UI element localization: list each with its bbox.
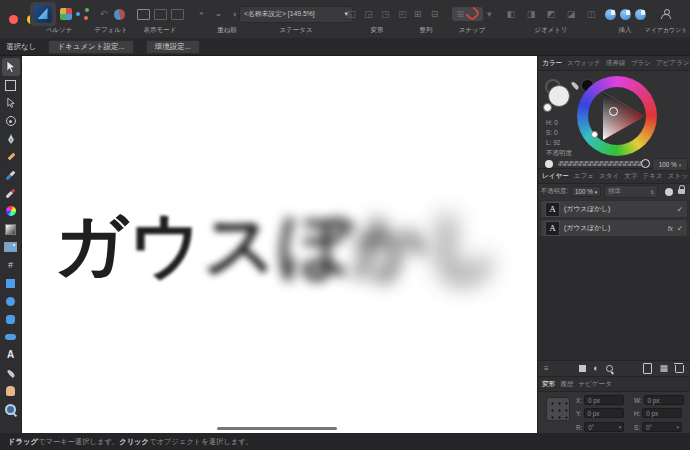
paint-brush-tool[interactable] [2, 184, 20, 202]
tab-navigator[interactable]: ナビゲータ [578, 380, 612, 389]
layer-visibility-checkbox[interactable]: ✓ [677, 224, 683, 233]
delete-layer-icon[interactable] [675, 365, 684, 373]
flip-vertical-icon[interactable]: ◲ [362, 8, 375, 20]
layers-opacity-dropdown[interactable]: 100 % ▾ [571, 186, 601, 197]
y-input[interactable]: 0 px [584, 408, 624, 418]
vector-view-icon[interactable] [137, 9, 150, 20]
tab-character[interactable]: 文字 [624, 172, 637, 181]
geometry-intersect-icon[interactable]: ◩ [545, 8, 558, 20]
artboard-tool[interactable] [2, 76, 20, 94]
h-input[interactable]: 0 px [642, 408, 682, 418]
distribute-icon[interactable]: ⊟ [428, 8, 441, 20]
move-forward-icon[interactable]: ◒ [212, 8, 225, 20]
opacity-slider-knob[interactable] [641, 159, 650, 168]
tab-transform[interactable]: 変形 [542, 380, 555, 389]
color-picker-tool[interactable] [2, 364, 20, 382]
rectangle-tool[interactable] [2, 274, 20, 292]
layer-row[interactable]: A (ガウスぼかし) ✓ [540, 200, 688, 218]
document-setup-button[interactable]: ドキュメント設定... [48, 40, 133, 54]
adjustment-layer-icon[interactable]: ◐ [593, 364, 598, 373]
swap-colors-icon[interactable] [543, 103, 552, 112]
hue-marker[interactable] [609, 107, 618, 116]
geometry-divide-icon[interactable]: ◪ [565, 8, 578, 20]
designer-persona-button[interactable] [30, 2, 56, 26]
my-account-icon[interactable] [661, 9, 671, 19]
rotate-ccw-icon[interactable]: ◳ [379, 8, 392, 20]
geometry-add-icon[interactable]: ◧ [505, 8, 518, 20]
shear-input[interactable]: 0°▾ [642, 422, 682, 432]
anchor-point-selector[interactable] [546, 397, 570, 421]
lock-icon[interactable] [678, 189, 685, 194]
add-layer-icon[interactable] [643, 363, 652, 374]
vector-crop-tool[interactable]: # [2, 256, 20, 274]
color-picker-icon[interactable] [570, 81, 579, 90]
blend-mode-dropdown[interactable]: 標準 ⇅ [604, 185, 658, 198]
geometry-combine-icon[interactable]: ◫ [585, 8, 598, 20]
document-selector-dropdown[interactable]: <名称未設定> [149.5%] ▾ [239, 6, 353, 23]
text-tool[interactable]: A [2, 346, 20, 364]
tab-swatches[interactable]: スウォッチ [567, 59, 601, 68]
rotation-input[interactable]: 0°▾ [584, 422, 624, 432]
corner-tool[interactable] [2, 112, 20, 130]
affinity-designer-logo-icon [34, 5, 52, 23]
hsl-color-wheel[interactable] [577, 76, 657, 156]
transparency-tool[interactable] [2, 220, 20, 238]
tab-effects[interactable]: エフェ [574, 172, 594, 181]
layer-row[interactable]: A (ガウスぼかし) fx ✓ [540, 219, 688, 237]
close-window-button[interactable] [9, 15, 18, 24]
export-persona-icon[interactable] [76, 8, 89, 20]
retina-view-icon[interactable] [171, 9, 184, 20]
tab-text[interactable]: テキス [643, 172, 663, 181]
zoom-tool[interactable] [2, 400, 20, 418]
layer-visibility-checkbox[interactable]: ✓ [677, 205, 683, 214]
node-tool[interactable] [2, 94, 20, 112]
opacity-value-field[interactable]: 100 % ▾ [652, 158, 688, 171]
opacity-slider-track[interactable] [558, 161, 646, 166]
pixel-persona-icon[interactable] [60, 8, 72, 20]
snapping-toggle-button[interactable]: ⊞ [452, 7, 483, 21]
tab-layers[interactable]: レイヤー [542, 172, 569, 181]
ellipse-tool[interactable] [2, 292, 20, 310]
move-tool[interactable] [2, 58, 20, 76]
snap-options-chevron-icon[interactable]: ▾ [487, 10, 492, 19]
pixel-view-icon[interactable] [154, 9, 167, 20]
fill-color-well[interactable] [548, 85, 570, 107]
insert-top-icon[interactable] [620, 9, 631, 20]
tab-history[interactable]: 履歴 [560, 380, 573, 389]
vector-brush-tool[interactable] [2, 166, 20, 184]
flip-horizontal-icon[interactable]: ◱ [345, 8, 358, 20]
tab-styles[interactable]: スタイ [599, 172, 619, 181]
rotate-cw-icon[interactable]: ◰ [396, 8, 409, 20]
pencil-tool[interactable] [2, 148, 20, 166]
add-group-icon[interactable]: ▦ [659, 364, 668, 373]
pen-tool[interactable] [2, 130, 20, 148]
preferences-button[interactable]: 環境設定... [146, 40, 200, 54]
x-input[interactable]: 0 px [584, 395, 624, 405]
view-tool[interactable] [2, 382, 20, 400]
tab-appearance[interactable]: アピアランス [656, 59, 690, 68]
synchronise-defaults-icon[interactable] [114, 9, 125, 20]
blend-options-gear-icon[interactable] [665, 188, 673, 196]
geometry-subtract-icon[interactable]: ◨ [525, 8, 538, 20]
blend-ranges-icon[interactable]: ≡ [544, 364, 549, 373]
tab-stock[interactable]: ストッ [668, 172, 688, 181]
fill-tool[interactable] [2, 202, 20, 220]
horizontal-scrollbar[interactable] [217, 427, 337, 430]
tab-brushes[interactable]: ブラシ [631, 59, 651, 68]
align-icon[interactable]: ⊞ [411, 8, 424, 20]
insert-behind-icon[interactable] [605, 9, 616, 20]
tab-color[interactable]: カラー [542, 59, 562, 68]
document-canvas[interactable]: ガウスぼかし [22, 56, 537, 433]
live-filter-icon[interactable] [606, 365, 613, 372]
move-to-front-icon[interactable]: ◓ [195, 8, 208, 20]
rounded-rectangle-tool[interactable] [2, 310, 20, 328]
place-image-tool[interactable] [2, 238, 20, 256]
shape-tool[interactable] [2, 328, 20, 346]
layers-panel-tabs: レイヤー エフェ スタイ 文字 テキス ストッ ≡ [538, 169, 690, 184]
mask-layer-icon[interactable] [579, 365, 586, 372]
fx-icon[interactable]: fx [668, 225, 673, 232]
w-input[interactable]: 0 px [644, 395, 684, 405]
saturation-lightness-marker[interactable] [591, 131, 598, 138]
tab-stroke[interactable]: 境界線 [606, 59, 626, 68]
revert-defaults-icon[interactable]: ↶ [97, 8, 110, 20]
